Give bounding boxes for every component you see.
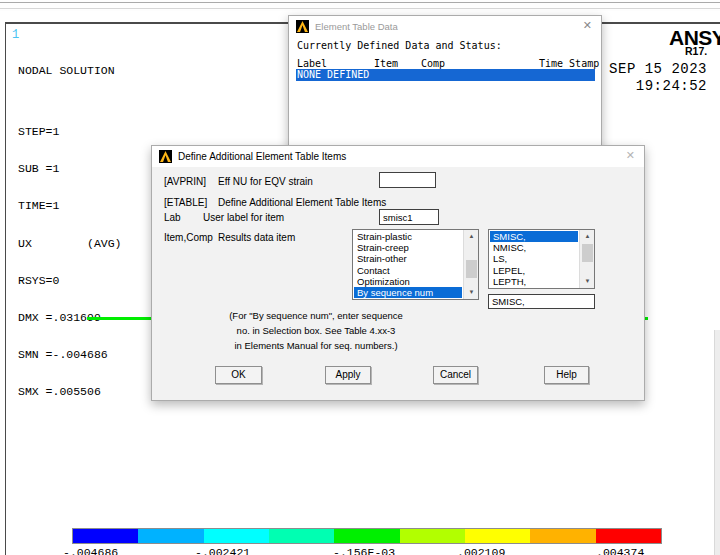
ansys-logo-icon (296, 20, 309, 33)
list-item[interactable]: LEPEL, (490, 265, 578, 276)
analysis-time: 19:24:52 (609, 78, 707, 95)
ansys-release-label: R17. (685, 45, 707, 57)
legend-label: -.002421 (195, 546, 250, 555)
column-header-comp: Comp (421, 58, 445, 69)
list-item[interactable]: NMISC, (490, 242, 578, 253)
legend-label: -.156E-03 (333, 546, 395, 555)
ansys-graphics-screen: 1 NODAL SOLUTION STEP=1 SUB =1 TIME=1 UX… (0, 0, 720, 555)
list-item[interactable]: Strain-creep (354, 242, 462, 253)
sequence-note-text: (For "By sequence num", enter sequence n… (171, 308, 461, 353)
list-item-selected[interactable]: By sequence num (354, 287, 462, 298)
legend-segment (530, 529, 595, 543)
scroll-up-icon[interactable]: ▲ (464, 230, 479, 243)
item-category-list: Strain-plastic Strain-creep Strain-other… (354, 231, 462, 298)
scrollbar[interactable]: ▲ ▼ (579, 230, 594, 288)
lab-command-label: Lab (164, 212, 181, 223)
status-heading: Currently Defined Data and Status: (297, 40, 502, 51)
legend-segment (269, 529, 334, 543)
list-item-selected[interactable]: SMISC, (490, 231, 578, 242)
scrollbar-thumb[interactable] (466, 260, 477, 278)
toolbar-divider (0, 8, 720, 9)
solution-line: UX (AVG) (18, 238, 122, 250)
etable-desc-label: Define Additional Element Table Items (218, 197, 386, 208)
list-item[interactable]: LEPTH, (490, 276, 578, 287)
avprin-input[interactable] (379, 172, 436, 188)
dialog-titlebar[interactable]: Define Additional Element Table Items ✕ (152, 146, 644, 167)
column-header-label: Label (297, 58, 327, 69)
legend-segment (138, 529, 203, 543)
note-line: in Elements Manual for seq. numbers.) (171, 338, 461, 353)
list-item[interactable]: Strain-other (354, 253, 462, 264)
solution-line: SMX =.005506 (18, 386, 122, 398)
sequence-number-input[interactable] (488, 294, 595, 309)
avprin-desc-label: Eff NU for EQV strain (218, 176, 313, 187)
etable-command-label: [ETABLE] (164, 197, 207, 208)
solution-line: STEP=1 (18, 126, 122, 138)
legend-segment (400, 529, 465, 543)
scroll-down-icon[interactable]: ▼ (464, 286, 479, 299)
nodal-solution-text: NODAL SOLUTION STEP=1 SUB =1 TIME=1 UX (… (18, 40, 122, 423)
dialog-title: Define Additional Element Table Items (178, 151, 346, 162)
legend-segment (334, 529, 399, 543)
ansys-logo-glyph (297, 21, 308, 32)
note-line: no. in Selection box. See Table 4.xx-3 (171, 323, 461, 338)
analysis-date: SEP 15 2023 (609, 61, 707, 78)
item-category-listbox: Strain-plastic Strain-creep Strain-other… (352, 229, 479, 300)
scrollbar-thumb[interactable] (582, 244, 593, 262)
graphics-window-border-left (5, 22, 6, 555)
scrollbar[interactable]: ▲ ▼ (463, 230, 478, 299)
legend-label: .002109 (457, 546, 505, 555)
legend-segment (596, 529, 661, 543)
define-etable-items-dialog: Define Additional Element Table Items ✕ … (151, 145, 645, 401)
table-row-selected[interactable]: NONE DEFINED (296, 69, 595, 81)
list-item[interactable]: LS, (490, 253, 578, 264)
solution-line: NODAL SOLUTION (18, 65, 122, 77)
ok-button[interactable]: OK (215, 366, 262, 384)
legend-label: .004374 (596, 546, 644, 555)
comp-list: SMISC, NMISC, LS, LEPEL, LEPTH, (490, 231, 578, 287)
help-button[interactable]: Help (544, 366, 589, 384)
legend-label: -.004686 (63, 546, 118, 555)
note-line: (For "By sequence num", enter sequence (171, 308, 461, 323)
solution-line: TIME=1 (18, 200, 122, 212)
comp-listbox: SMISC, NMISC, LS, LEPEL, LEPTH, ▲ ▼ (488, 229, 595, 289)
legend-segment (204, 529, 269, 543)
solution-line: RSYS=0 (18, 275, 122, 287)
avprin-command-label: [AVPRIN] (164, 176, 206, 187)
close-icon[interactable]: ✕ (626, 149, 635, 162)
contour-legend-bar (72, 528, 662, 544)
lab-desc-label: User label for item (203, 212, 284, 223)
cancel-button[interactable]: Cancel (433, 366, 478, 384)
list-item[interactable]: Optimization (354, 276, 462, 287)
apply-button[interactable]: Apply (325, 366, 371, 384)
toolbar-divider (0, 2, 720, 3)
scroll-up-icon[interactable]: ▲ (580, 230, 595, 243)
dialog-titlebar[interactable]: Element Table Data ✕ (289, 16, 601, 37)
ansys-logo-glyph (160, 151, 171, 162)
itemcomp-desc-label: Results data item (218, 232, 295, 243)
user-label-input[interactable] (379, 209, 439, 225)
solution-line: SUB =1 (18, 163, 122, 175)
graphics-scrollbar[interactable] (714, 330, 720, 555)
analysis-datetime: SEP 15 2023 19:24:52 (609, 61, 707, 95)
close-icon[interactable]: ✕ (583, 19, 592, 32)
toolbar-edge (0, 0, 720, 11)
dialog-title: Element Table Data (315, 21, 398, 32)
solution-line: SMN =-.004686 (18, 349, 122, 361)
ansys-logo-icon (159, 150, 172, 163)
column-header-item: Item (374, 58, 398, 69)
list-item[interactable]: Strain-plastic (354, 231, 462, 242)
itemcomp-command-label: Item,Comp (164, 232, 213, 243)
list-item[interactable]: Contact (354, 265, 462, 276)
scroll-down-icon[interactable]: ▼ (580, 275, 595, 288)
column-header-timestamp: Time Stamp (539, 58, 599, 69)
legend-segment (73, 529, 138, 543)
legend-segment (465, 529, 530, 543)
